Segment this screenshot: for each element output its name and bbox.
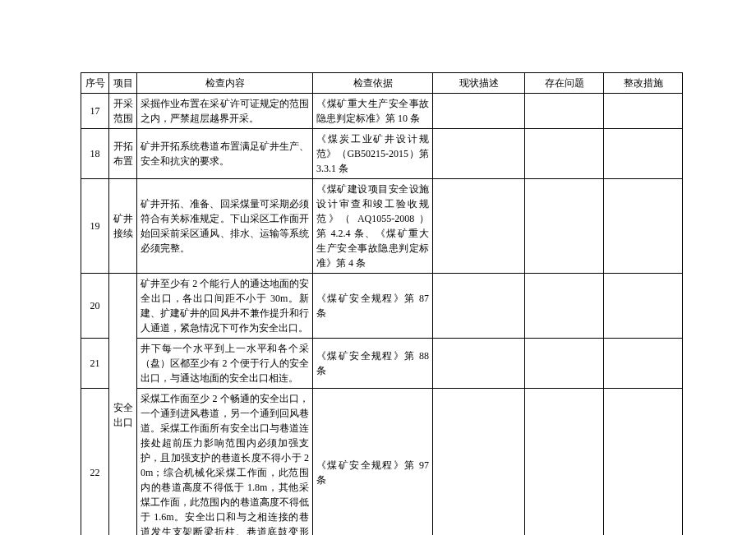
cell-seq: 20	[81, 274, 109, 339]
header-seq: 序号	[81, 73, 109, 94]
cell-basis: 《煤矿安全规程》第 88 条	[313, 339, 433, 389]
cell-item: 开采范围	[109, 94, 137, 129]
cell-measure	[604, 129, 683, 179]
cell-measure	[604, 179, 683, 274]
cell-content: 矿井至少有 2 个能行人的通达地面的安全出口，各出口间距不小于 30m。新建、扩…	[137, 274, 313, 339]
table-row: 22 采煤工作面至少 2 个畅通的安全出口，一个通到进风巷道，另一个通到回风巷道…	[81, 389, 683, 536]
cell-item: 开拓布置	[109, 129, 137, 179]
header-issue: 存在问题	[525, 73, 604, 94]
cell-status	[433, 179, 525, 274]
header-basis: 检查依据	[313, 73, 433, 94]
cell-seq: 18	[81, 129, 109, 179]
cell-status	[433, 129, 525, 179]
cell-seq: 17	[81, 94, 109, 129]
cell-item: 矿井接续	[109, 179, 137, 274]
cell-content: 井下每一个水平到上一水平和各个采（盘）区都至少有 2 个便于行人的安全出口，与通…	[137, 339, 313, 389]
table-row: 18 开拓布置 矿井开拓系统巷道布置满足矿井生产、安全和抗灾的要求。 《煤炭工业…	[81, 129, 683, 179]
table-header-row: 序号 项目 检查内容 检查依据 现状描述 存在问题 整改措施	[81, 73, 683, 94]
inspection-table: 序号 项目 检查内容 检查依据 现状描述 存在问题 整改措施 17 开采范围 采…	[81, 72, 683, 535]
cell-item-group: 安全出口	[109, 274, 137, 536]
cell-seq: 19	[81, 179, 109, 274]
cell-content: 矿井开拓系统巷道布置满足矿井生产、安全和抗灾的要求。	[137, 129, 313, 179]
cell-status	[433, 389, 525, 536]
cell-basis: 《煤矿重大生产安全事故隐患判定标准》第 10 条	[313, 94, 433, 129]
header-measure: 整改措施	[604, 73, 683, 94]
cell-seq: 22	[81, 389, 109, 536]
cell-issue	[525, 339, 604, 389]
cell-status	[433, 339, 525, 389]
cell-measure	[604, 274, 683, 339]
cell-basis: 《煤矿建设项目安全设施设计审查和竣工验收规范》（ AQ1055-2008 ） 第…	[313, 179, 433, 274]
cell-issue	[525, 389, 604, 536]
cell-status	[433, 274, 525, 339]
cell-measure	[604, 339, 683, 389]
cell-basis: 《煤炭工业矿井设计规范》（GB50215-2015）第 3.3.1 条	[313, 129, 433, 179]
cell-issue	[525, 274, 604, 339]
table-row: 21 井下每一个水平到上一水平和各个采（盘）区都至少有 2 个便于行人的安全出口…	[81, 339, 683, 389]
cell-basis: 《煤矿安全规程》第 97 条	[313, 389, 433, 536]
cell-issue	[525, 94, 604, 129]
cell-measure	[604, 389, 683, 536]
cell-content: 矿井开拓、准备、回采煤量可采期必须符合有关标准规定。下山采区工作面开始回采前采区…	[137, 179, 313, 274]
table-row: 20 安全出口 矿井至少有 2 个能行人的通达地面的安全出口，各出口间距不小于 …	[81, 274, 683, 339]
header-status: 现状描述	[433, 73, 525, 94]
table-row: 17 开采范围 采掘作业布置在采矿许可证规定的范围之内，严禁超层越界开采。 《煤…	[81, 94, 683, 129]
cell-measure	[604, 94, 683, 129]
header-content: 检查内容	[137, 73, 313, 94]
cell-status	[433, 94, 525, 129]
cell-issue	[525, 129, 604, 179]
table-row: 19 矿井接续 矿井开拓、准备、回采煤量可采期必须符合有关标准规定。下山采区工作…	[81, 179, 683, 274]
header-item: 项目	[109, 73, 137, 94]
cell-content: 采掘作业布置在采矿许可证规定的范围之内，严禁超层越界开采。	[137, 94, 313, 129]
cell-seq: 21	[81, 339, 109, 389]
cell-content: 采煤工作面至少 2 个畅通的安全出口，一个通到进风巷道，另一个通到回风巷道。采煤…	[137, 389, 313, 536]
cell-issue	[525, 179, 604, 274]
cell-basis: 《煤矿安全规程》第 87 条	[313, 274, 433, 339]
